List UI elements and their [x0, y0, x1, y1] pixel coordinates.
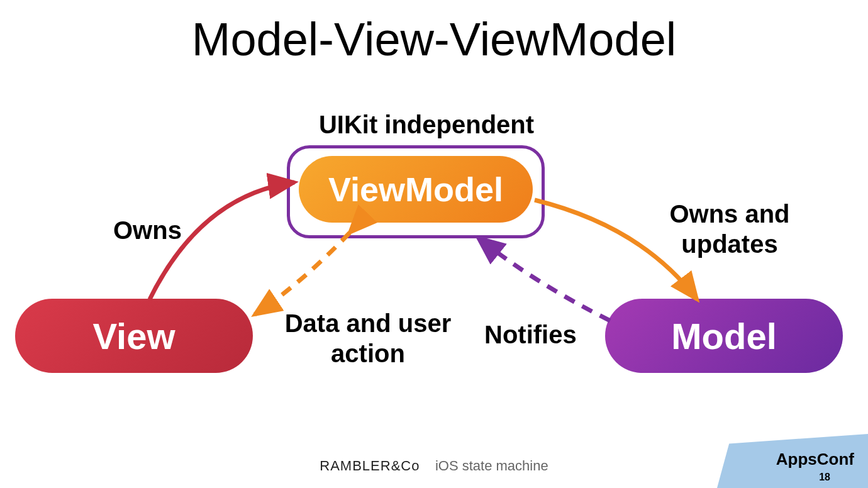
label-owns: Owns [113, 215, 182, 245]
label-owns-updates: Owns and updates [648, 199, 811, 259]
node-viewmodel: ViewModel [299, 156, 533, 223]
label-data-user-action: Data and user action [270, 308, 465, 369]
label-notifies: Notifies [484, 319, 577, 350]
node-view: View [15, 299, 253, 373]
arrow-model-to-viewmodel [478, 238, 610, 321]
page-number: 18 [819, 472, 830, 483]
footer-brand: RAMBLER&Co [320, 458, 420, 474]
arrow-viewmodel-to-view [255, 233, 350, 314]
node-model: Model [605, 299, 843, 373]
appsconf-badge: AppsConf 18 [717, 434, 868, 488]
appsconf-label: AppsConf [776, 450, 854, 469]
footer-subtitle: iOS state machine [435, 458, 548, 474]
label-uikit-independent: UIKit independent [313, 109, 540, 140]
slide-title: Model-View-ViewModel [0, 13, 868, 66]
